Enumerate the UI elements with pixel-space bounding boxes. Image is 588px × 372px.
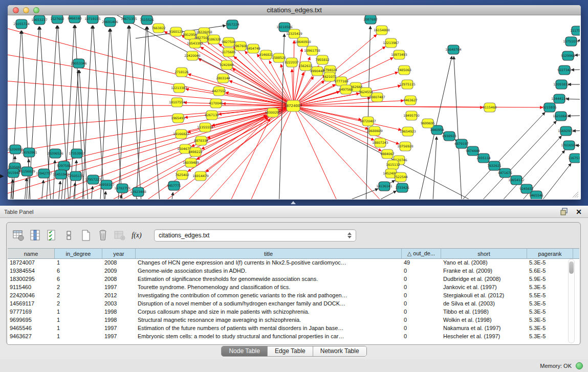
network-node[interactable]: 6879197 bbox=[454, 139, 469, 148]
table-cell[interactable]: 5.3E-5 bbox=[527, 259, 573, 267]
column-visibility-icon[interactable] bbox=[29, 229, 42, 242]
network-node[interactable]: 9463627 bbox=[403, 96, 418, 105]
network-node[interactable]: 10543392 bbox=[187, 39, 203, 48]
table-cell[interactable]: 0 bbox=[402, 292, 441, 300]
table-cell[interactable]: 6 bbox=[55, 275, 102, 283]
column-header-year[interactable]: year bbox=[102, 249, 136, 258]
network-node[interactable]: 8186328 bbox=[207, 35, 221, 44]
column-header-name[interactable]: name bbox=[8, 249, 55, 258]
network-node[interactable]: 12325419 bbox=[286, 29, 302, 38]
delete-table-icon[interactable] bbox=[113, 229, 126, 242]
table-cell[interactable]: 5.3E-5 bbox=[527, 324, 573, 333]
network-node[interactable]: 12213967 bbox=[383, 38, 399, 48]
table-cell[interactable]: 1997 bbox=[102, 333, 136, 341]
table-cell[interactable]: 5.3E-5 bbox=[527, 333, 573, 341]
table-cell[interactable]: 49 bbox=[402, 259, 441, 267]
table-cell[interactable]: 2003 bbox=[102, 300, 136, 308]
table-cell[interactable]: Wolkin et al. (1998) bbox=[441, 316, 527, 324]
network-node[interactable]: 7955812 bbox=[315, 55, 330, 64]
network-node[interactable]: 11156829 bbox=[19, 167, 35, 176]
network-node[interactable]: 11451947 bbox=[53, 170, 69, 179]
table-cell[interactable]: 18300295 bbox=[8, 275, 55, 283]
network-node[interactable]: 8471676 bbox=[498, 168, 512, 178]
table-cell[interactable]: Estimation of the future numbers of pati… bbox=[136, 324, 402, 333]
table-cell[interactable]: 2008 bbox=[102, 275, 136, 283]
table-cell[interactable]: 0 bbox=[402, 324, 441, 333]
network-node[interactable]: 11355554 bbox=[197, 123, 213, 132]
new-table-icon[interactable] bbox=[79, 229, 93, 242]
table-cell[interactable]: 1 bbox=[55, 316, 102, 324]
table-cell[interactable]: 1 bbox=[55, 308, 102, 316]
table-cell[interactable]: 2012 bbox=[102, 292, 136, 300]
network-node[interactable]: 9777169 bbox=[334, 77, 349, 86]
network-node[interactable]: 16648784 bbox=[445, 45, 462, 54]
network-node[interactable]: 1733426 bbox=[395, 183, 409, 192]
network-node[interactable]: 7522544 bbox=[394, 172, 408, 182]
table-cell[interactable]: Investigating the contribution of common… bbox=[136, 292, 402, 300]
table-settings-icon[interactable] bbox=[12, 229, 25, 242]
tab-edge-table[interactable]: Edge Table bbox=[268, 346, 313, 356]
scrollbar-thumb[interactable] bbox=[569, 261, 574, 274]
network-node[interactable]: 12213383 bbox=[171, 83, 187, 93]
table-cell[interactable]: 9115460 bbox=[8, 283, 55, 292]
network-node[interactable]: 7663822 bbox=[151, 24, 166, 33]
network-node[interactable]: 2803144 bbox=[216, 74, 230, 83]
network-node[interactable]: 17016504 bbox=[561, 141, 577, 150]
network-node[interactable]: 16958107 bbox=[98, 180, 115, 189]
network-node[interactable]: 16210643 bbox=[553, 112, 569, 121]
table-cell[interactable]: de Silva et al. (2003) bbox=[441, 300, 527, 308]
network-node[interactable]: 18720407 bbox=[360, 117, 376, 126]
table-cell[interactable]: 22420046 bbox=[8, 292, 55, 300]
select-rows-icon[interactable]: ✔✔✔ bbox=[46, 229, 59, 242]
column-header-pagerank[interactable]: pagerank bbox=[527, 249, 573, 258]
network-node[interactable]: 2718126 bbox=[175, 68, 189, 77]
network-node[interactable]: 9227342 bbox=[557, 65, 572, 75]
table-cell[interactable]: 5.5E-5 bbox=[527, 292, 573, 300]
table-cell[interactable]: Nakamura et al. (1997) bbox=[441, 324, 527, 333]
network-node[interactable]: 7515526 bbox=[140, 15, 154, 25]
network-node[interactable]: 12093832 bbox=[553, 80, 570, 89]
table-selector-dropdown[interactable]: citations_edges.txt bbox=[154, 229, 356, 242]
network-node[interactable]: 6497568 bbox=[339, 85, 353, 94]
table-cell[interactable]: Embryonic stem cells: a model to study s… bbox=[136, 333, 402, 341]
table-cell[interactable]: 2008 bbox=[102, 259, 136, 267]
network-node[interactable]: 7625402 bbox=[175, 170, 189, 180]
network-node[interactable]: 18807243 bbox=[372, 138, 388, 147]
table-cell[interactable]: 14569117 bbox=[8, 300, 55, 308]
table-cell[interactable]: 1997 bbox=[102, 283, 136, 292]
table-cell[interactable]: 19384554 bbox=[8, 267, 55, 275]
table-cell[interactable]: 5.3E-5 bbox=[527, 283, 573, 292]
network-node[interactable]: 15751074 bbox=[563, 37, 579, 46]
network-node[interactable]: 9465546 bbox=[529, 191, 543, 199]
delete-column-icon[interactable] bbox=[96, 229, 110, 242]
network-node[interactable]: 9160123 bbox=[169, 27, 183, 36]
network-node[interactable]: 9129966 bbox=[561, 51, 575, 60]
network-node[interactable]: 8938923 bbox=[442, 132, 456, 141]
tab-network-table[interactable]: Network Table bbox=[313, 346, 366, 356]
network-node[interactable]: 19166827 bbox=[173, 129, 189, 139]
network-node[interactable]: 9297588 bbox=[57, 161, 71, 170]
network-node[interactable]: 9884067 bbox=[380, 149, 395, 159]
table-row[interactable]: 1938455462009Genome-wide association stu… bbox=[8, 267, 579, 275]
network-node[interactable]: 1527602 bbox=[50, 15, 64, 24]
network-node[interactable]: 29053346 bbox=[71, 59, 87, 68]
table-cell[interactable]: Disruption of a novel member of a sodium… bbox=[136, 300, 402, 308]
table-cell[interactable]: 5.3E-5 bbox=[527, 308, 573, 316]
network-node[interactable]: 10688609 bbox=[366, 126, 383, 136]
network-node[interactable]: 20691406 bbox=[102, 17, 118, 27]
network-node[interactable]: 18640910 bbox=[295, 37, 311, 47]
network-node[interactable]: 12942757 bbox=[36, 169, 52, 178]
table-row[interactable]: 969969511998Structural magnetic resonanc… bbox=[8, 316, 579, 324]
table-cell[interactable]: 2 bbox=[55, 300, 102, 308]
table-row[interactable]: 1830029562008Estimation of significance … bbox=[8, 275, 579, 283]
table-cell[interactable]: 9777169 bbox=[8, 308, 55, 316]
network-node[interactable]: 8466160 bbox=[68, 15, 82, 23]
table-row[interactable]: 1872400712008Changes of HCN gene express… bbox=[8, 259, 579, 267]
table-cell[interactable]: 9463627 bbox=[8, 333, 55, 341]
table-row[interactable]: 946554611997Estimation of the future num… bbox=[8, 324, 579, 333]
network-node[interactable]: 2967608 bbox=[233, 41, 248, 51]
network-node[interactable]: 18107554 bbox=[169, 98, 185, 107]
network-node[interactable]: 3175685 bbox=[222, 48, 236, 57]
table-cell[interactable]: Tibbo et al. (1998) bbox=[441, 308, 527, 316]
table-cell[interactable]: 5.3E-5 bbox=[527, 300, 573, 308]
